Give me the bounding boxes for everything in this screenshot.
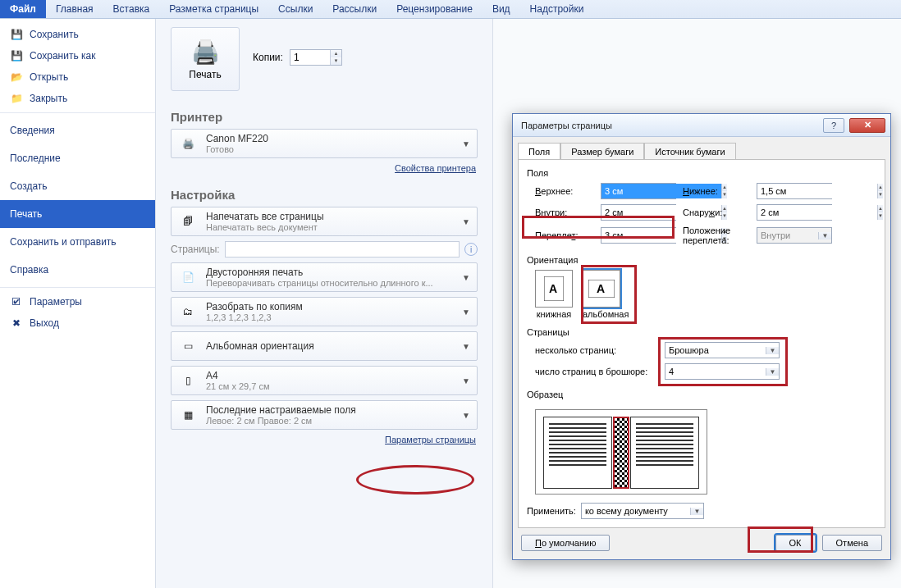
printer-status-icon: 🖨️: [176, 133, 199, 154]
nav-share[interactable]: Сохранить и отправить: [0, 228, 155, 256]
spin-down-icon[interactable]: ▼: [878, 212, 883, 220]
apply-label: Применить:: [527, 506, 576, 516]
chevron-down-icon: ▼: [460, 376, 472, 385]
apply-combo[interactable]: ко всему документу ▼: [581, 503, 704, 519]
preview-group: Образец: [527, 390, 876, 399]
dialog-titlebar[interactable]: Параметры страницы ? ✕: [513, 114, 890, 137]
tab-addins[interactable]: Надстройки: [520, 0, 594, 18]
chevron-down-icon: ▼: [766, 368, 779, 376]
orient-portrait[interactable]: A книжная: [535, 270, 573, 319]
tab-page-layout[interactable]: Разметка страницы: [159, 0, 268, 18]
orientation-select[interactable]: ▭ Альбомная ориентация ▼: [171, 331, 478, 361]
inside-spin[interactable]: ▲▼: [601, 204, 676, 221]
nav-print[interactable]: Печать: [0, 200, 155, 228]
nav-save-as-label: Сохранить как: [30, 50, 95, 62]
nav-recent[interactable]: Последние: [0, 144, 155, 172]
chevron-down-icon: ▼: [460, 342, 472, 351]
close-button[interactable]: ✕: [849, 118, 885, 133]
nav-open[interactable]: 📂 Открыть: [0, 66, 155, 88]
orient-landscape[interactable]: A альбомная: [583, 270, 629, 319]
tab-mailings[interactable]: Рассылки: [322, 0, 386, 18]
print-range-select[interactable]: 🗐 Напечатать все страницы Напечатать вес…: [171, 207, 478, 236]
inside-label: Внутри:: [535, 207, 594, 217]
tab-insert[interactable]: Вставка: [103, 0, 160, 18]
cancel-button[interactable]: Отмена: [822, 535, 882, 551]
printer-select[interactable]: 🖨️ Canon MF220 Готово ▼: [171, 129, 478, 158]
fields-group: Поля: [527, 168, 876, 178]
pages-input[interactable]: [225, 241, 460, 258]
defaults-button[interactable]: По умолчанию: [521, 535, 610, 551]
printer-status: Готово: [206, 144, 454, 154]
tab-margins[interactable]: Поля: [518, 143, 560, 161]
copies-spin[interactable]: ▲▼: [290, 49, 342, 66]
page-setup-dialog: Параметры страницы ? ✕ Поля Размер бумаг…: [512, 113, 891, 560]
print-button[interactable]: 🖨️ Печать: [171, 27, 240, 91]
dialog-tabs: Поля Размер бумаги Источник бумаги: [518, 142, 885, 160]
bottom-input[interactable]: [757, 184, 877, 198]
tab-paper-size[interactable]: Размер бумаги: [560, 143, 644, 161]
close-folder-icon: 📁: [10, 92, 23, 105]
margins-icon: ▦: [176, 404, 199, 426]
top-spin[interactable]: ▲▼: [601, 183, 676, 199]
paper-icon: ▯: [176, 370, 199, 391]
tab-references[interactable]: Ссылки: [268, 0, 322, 18]
preview-box: [535, 409, 707, 495]
bottom-label: Нижнее:: [683, 186, 750, 196]
nav-help[interactable]: Справка: [0, 256, 155, 284]
print-panel: 🖨️ Печать Печать Копии: ▲▼ Принтер 🖨️ Ca…: [156, 19, 492, 588]
outside-input[interactable]: [757, 205, 877, 220]
spin-up-icon[interactable]: ▲: [878, 184, 883, 191]
help-button[interactable]: ?: [823, 118, 844, 133]
chevron-down-icon: ▼: [460, 273, 472, 282]
printer-props-link[interactable]: Свойства принтера: [172, 163, 476, 173]
margins-select[interactable]: ▦ Последние настраиваемые поля Левое: 2 …: [171, 400, 478, 430]
nav-new[interactable]: Создать: [0, 172, 155, 200]
paper-title: A4: [206, 370, 454, 381]
nav-exit[interactable]: ✖ Выход: [0, 312, 155, 334]
gutter-pos-combo: Внутри ▼: [757, 227, 832, 244]
nav-save[interactable]: 💾 Сохранить: [0, 24, 155, 45]
collate-select[interactable]: 🗂 Разобрать по копиям 1,2,3 1,2,3 1,2,3 …: [171, 297, 478, 326]
spin-down-icon[interactable]: ▼: [331, 57, 341, 65]
orient-portrait-label: книжная: [537, 309, 572, 319]
tab-paper-source[interactable]: Источник бумаги: [644, 143, 735, 161]
tab-view[interactable]: Вид: [483, 0, 520, 18]
tab-home[interactable]: Главная: [46, 0, 103, 18]
nav-options-label: Параметры: [30, 296, 82, 308]
copies-label: Копии:: [253, 52, 283, 63]
ok-button[interactable]: ОК: [775, 535, 816, 551]
gutter-spin[interactable]: ▲▼: [601, 227, 676, 244]
dialog-title: Параметры страницы: [521, 121, 818, 130]
nav-options[interactable]: 🗹 Параметры: [0, 291, 155, 312]
ribbon-tabs: Файл Главная Вставка Разметка страницы С…: [0, 0, 901, 19]
duplex-select[interactable]: 📄 Двусторонняя печать Переворачивать стр…: [171, 262, 478, 292]
nav-close[interactable]: 📁 Закрыть: [0, 88, 155, 109]
page-setup-link[interactable]: Параметры страницы: [172, 435, 476, 444]
pages-group: Страницы: [527, 327, 876, 337]
info-icon[interactable]: i: [464, 243, 478, 256]
nav-info[interactable]: Сведения: [0, 116, 155, 144]
outside-spin[interactable]: ▲▼: [757, 204, 832, 221]
spin-down-icon[interactable]: ▼: [878, 191, 883, 198]
orient-group: Ориентация: [527, 255, 876, 265]
copies-input[interactable]: [290, 50, 330, 65]
gutter-pos-label: Положение переплета:: [683, 226, 750, 245]
spin-up-icon[interactable]: ▲: [878, 205, 883, 212]
bottom-spin[interactable]: ▲▼: [757, 183, 832, 199]
printer-icon: 🖨️: [191, 39, 220, 66]
multi-combo[interactable]: Брошюра ▼: [665, 342, 780, 358]
settings-heading: Настройка: [171, 188, 478, 202]
multi-value: Брошюра: [665, 345, 766, 355]
sheets-combo[interactable]: 4 ▼: [665, 363, 780, 380]
tab-review[interactable]: Рецензирование: [386, 0, 483, 18]
nav-save-as[interactable]: 💾 Сохранить как: [0, 45, 155, 66]
pages-label: Страницы:: [171, 244, 220, 255]
gutter-label: Переплет:: [535, 230, 594, 240]
pages-icon: 🗐: [176, 211, 199, 232]
paper-select[interactable]: ▯ A4 21 см x 29,7 см ▼: [171, 366, 478, 395]
print-range-title: Напечатать все страницы: [206, 211, 454, 222]
nav-exit-label: Выход: [30, 317, 59, 329]
nav-open-label: Открыть: [30, 71, 68, 83]
tab-file[interactable]: Файл: [0, 0, 46, 18]
spin-up-icon[interactable]: ▲: [331, 50, 341, 57]
